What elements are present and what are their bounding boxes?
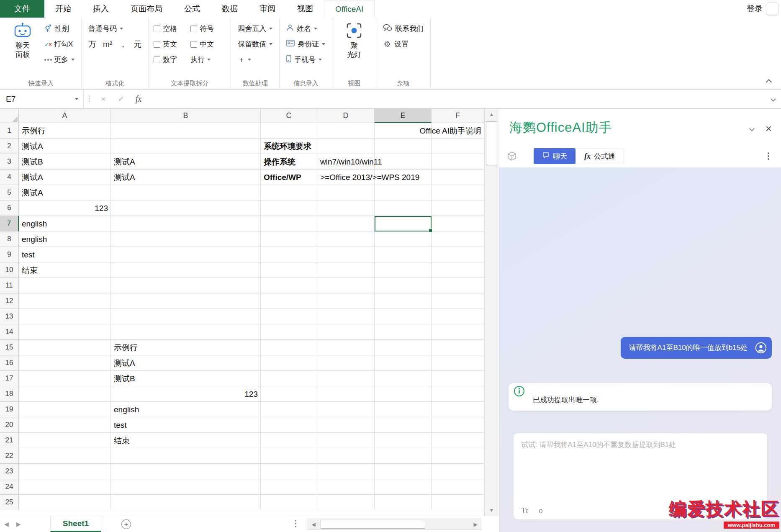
execute-button[interactable]: 执行 <box>190 52 226 67</box>
cell-B19[interactable]: english <box>111 402 261 417</box>
number-format-dropdown[interactable]: 普通号码 <box>87 21 143 36</box>
row-header-16[interactable]: 16 <box>0 355 19 371</box>
expand-formula-bar-icon[interactable] <box>765 90 781 108</box>
cell-A8[interactable]: english <box>19 231 111 247</box>
insert-function-icon[interactable]: fx <box>130 90 147 108</box>
checkbox-icon[interactable] <box>154 57 160 63</box>
cell-B18[interactable]: 123 <box>111 386 261 402</box>
text-format-icon[interactable]: Tt <box>521 506 528 515</box>
settings-button[interactable]: ⚙ 设置 <box>381 36 425 52</box>
tab-formulas[interactable]: 公式 <box>173 0 211 18</box>
formula-input[interactable] <box>147 90 765 108</box>
cell-C2[interactable]: 系统环境要求 <box>261 139 375 154</box>
tab-insert[interactable]: 插入 <box>82 0 120 18</box>
spreadsheet-grid[interactable]: ABCDEF1234567891011121314151617181920212… <box>0 109 484 516</box>
symbol-checkbox[interactable]: 符号 <box>190 21 226 36</box>
active-cell-selection[interactable] <box>375 216 432 231</box>
wan-format-button[interactable]: 万 <box>88 39 96 50</box>
more-button[interactable]: 更多 <box>43 52 76 67</box>
tab-review[interactable]: 审阅 <box>249 0 286 18</box>
cell-D3[interactable]: win7/win10/win11 <box>317 154 432 170</box>
cell-A9[interactable]: test <box>19 247 111 262</box>
cell-A2[interactable]: 测试A <box>19 139 111 154</box>
row-header-14[interactable]: 14 <box>0 324 19 340</box>
vertical-scrollbar[interactable]: ▲ ▼ <box>484 109 498 516</box>
row-header-2[interactable]: 2 <box>0 139 19 154</box>
tab-home[interactable]: 开始 <box>44 0 82 18</box>
digit-checkbox[interactable]: 数字 <box>154 52 189 67</box>
scroll-down-arrow[interactable]: ▼ <box>485 505 498 516</box>
english-checkbox[interactable]: 英文 <box>154 36 189 52</box>
checkbox-icon[interactable] <box>154 41 160 48</box>
horizontal-scrollbar[interactable]: ◀ ▶ <box>308 519 481 530</box>
row-header-6[interactable]: 6 <box>0 200 19 216</box>
row-header-12[interactable]: 12 <box>0 293 19 309</box>
cell-C4[interactable]: Office/WP <box>261 170 317 185</box>
comma-format-button[interactable]: ， <box>119 39 127 50</box>
tab-view[interactable]: 视图 <box>286 0 324 18</box>
row-header-18[interactable]: 18 <box>0 386 19 402</box>
select-all-corner[interactable] <box>0 109 19 123</box>
prev-sheet-arrow[interactable]: ◀ <box>4 521 9 527</box>
cell-B20[interactable]: test <box>111 417 261 433</box>
vertical-scroll-thumb[interactable] <box>486 121 497 165</box>
name-box[interactable]: E7 <box>0 90 84 108</box>
square-meter-button[interactable]: m² <box>103 40 112 49</box>
column-header-B[interactable]: B <box>111 109 261 123</box>
chinese-checkbox[interactable]: 中文 <box>190 36 226 52</box>
column-header-D[interactable]: D <box>317 109 375 123</box>
plus-button[interactable]: ＋ <box>236 52 274 67</box>
cell-A6[interactable]: 123 <box>19 200 111 216</box>
account-icon[interactable] <box>766 3 778 15</box>
tab-data[interactable]: 数据 <box>211 0 249 18</box>
more-menu-icon[interactable] <box>763 151 773 162</box>
column-header-A[interactable]: A <box>19 109 111 123</box>
row-header-22[interactable]: 22 <box>0 448 19 464</box>
chat-panel-button[interactable]: 聊天 面板 <box>6 21 39 78</box>
yuan-format-button[interactable]: 元 <box>134 39 141 50</box>
row-header-24[interactable]: 24 <box>0 479 19 495</box>
cell-D4[interactable]: >=Office 2013/>=WPS 2019 <box>317 170 484 185</box>
row-header-19[interactable]: 19 <box>0 402 19 417</box>
plugin-cube-icon[interactable] <box>507 151 517 161</box>
row-header-15[interactable]: 15 <box>0 340 19 355</box>
cell-B15[interactable]: 示例行 <box>111 340 261 355</box>
id-card-button[interactable]: 身份证 <box>285 36 327 52</box>
keep-value-button[interactable]: 保留数值 <box>236 36 274 52</box>
scrollbar-resize-handle[interactable] <box>295 520 296 522</box>
cell-A10[interactable]: 结束 <box>19 262 111 278</box>
row-header-23[interactable]: 23 <box>0 464 19 479</box>
row-header-1[interactable]: 1 <box>0 123 19 139</box>
formula-bar-handle[interactable] <box>84 90 95 108</box>
space-checkbox[interactable]: 空格 <box>154 21 189 36</box>
tab-page-layout[interactable]: 页面布局 <box>120 0 173 18</box>
scroll-left-arrow[interactable]: ◀ <box>308 519 319 529</box>
cell-A5[interactable]: 测试A <box>19 185 111 200</box>
tab-officeai[interactable]: OfficeAI <box>324 0 375 18</box>
collapse-ribbon-icon[interactable] <box>766 79 772 85</box>
row-header-17[interactable]: 17 <box>0 371 19 386</box>
row-header-3[interactable]: 3 <box>0 154 19 170</box>
row-header-13[interactable]: 13 <box>0 309 19 324</box>
cell-A3[interactable]: 测试B <box>19 154 111 170</box>
cancel-entry-icon[interactable]: × <box>95 90 112 108</box>
check-x-button[interactable]: ✓× 打勾X <box>43 36 76 52</box>
scroll-up-arrow[interactable]: ▲ <box>485 109 498 120</box>
checkbox-icon[interactable] <box>190 26 197 32</box>
scroll-right-arrow[interactable]: ▶ <box>470 519 481 529</box>
next-sheet-arrow[interactable]: ▶ <box>16 521 21 527</box>
confirm-entry-icon[interactable]: ✓ <box>112 90 130 108</box>
row-header-9[interactable]: 9 <box>0 247 19 262</box>
row-header-25[interactable]: 25 <box>0 495 19 510</box>
column-header-F[interactable]: F <box>432 109 484 123</box>
cell-A4[interactable]: 测试A <box>19 170 111 185</box>
close-panel-icon[interactable]: × <box>766 123 772 134</box>
row-header-10[interactable]: 10 <box>0 262 19 278</box>
cell-C3[interactable]: 操作系统 <box>261 154 317 170</box>
horizontal-scroll-thumb[interactable] <box>321 520 425 529</box>
spotlight-button[interactable]: 聚 光灯 <box>337 21 371 78</box>
cell-B3[interactable]: 测试A <box>111 154 261 170</box>
cell-B4[interactable]: 测试A <box>111 170 261 185</box>
row-header-4[interactable]: 4 <box>0 170 19 185</box>
phone-button[interactable]: 手机号 <box>285 52 327 67</box>
